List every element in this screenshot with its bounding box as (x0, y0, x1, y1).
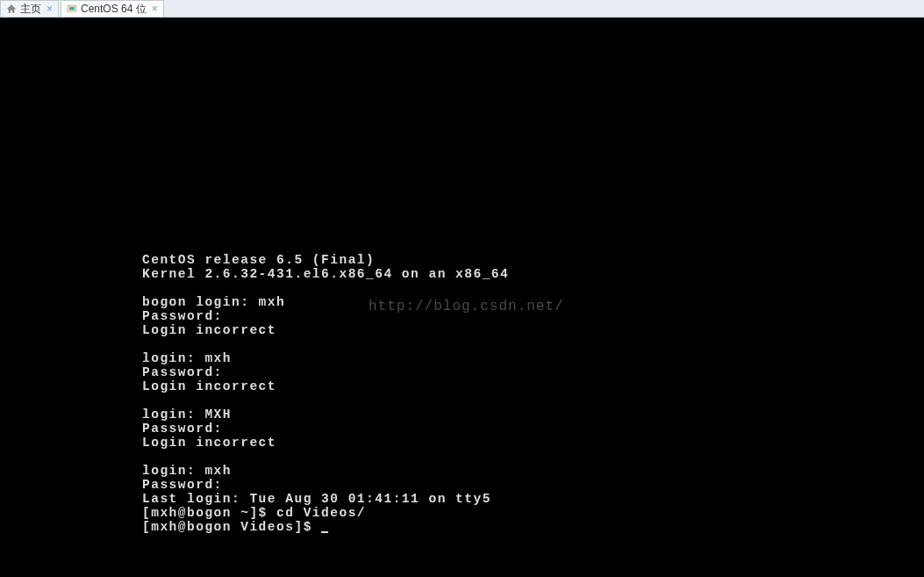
tab-label: CentOS 64 位 (81, 2, 147, 17)
home-icon (6, 4, 17, 14)
terminal-line (142, 337, 509, 351)
close-icon[interactable]: × (152, 3, 158, 15)
terminal-line (142, 393, 509, 408)
terminal-line: login: mxh (142, 351, 509, 365)
terminal-line: bogon login: mxh (142, 295, 509, 309)
svg-rect-1 (69, 7, 75, 11)
tab-home[interactable]: 主页 × (0, 0, 59, 17)
terminal-line: Last login: Tue Aug 30 01:41:11 on tty5 (142, 492, 509, 506)
terminal-line: [mxh@bogon ~]$ cd Videos/ (142, 506, 509, 520)
terminal-cursor (321, 531, 328, 533)
tab-label: 主页 (20, 2, 41, 17)
terminal-line: Login incorrect (142, 323, 509, 337)
terminal-line: login: MXH (142, 408, 509, 422)
vm-icon (67, 4, 77, 14)
terminal-line: Login incorrect (142, 379, 509, 393)
terminal-line (142, 281, 509, 295)
terminal-line: CentOS release 6.5 (Final) (142, 253, 509, 267)
terminal-line (142, 450, 509, 464)
terminal-output: CentOS release 6.5 (Final)Kernel 2.6.32-… (142, 253, 509, 534)
terminal-line: Password: (142, 309, 509, 323)
terminal-line: Password: (142, 422, 509, 436)
terminal-line: Password: (142, 365, 509, 379)
terminal-line: Kernel 2.6.32-431.el6.x86_64 on an x86_6… (142, 267, 509, 281)
terminal-line: [mxh@bogon Videos]$ (142, 520, 509, 534)
terminal-viewport[interactable]: CentOS release 6.5 (Final)Kernel 2.6.32-… (0, 18, 924, 577)
terminal-line: Login incorrect (142, 436, 509, 450)
tab-bar: 主页 × CentOS 64 位 × (0, 0, 924, 18)
terminal-line: Password: (142, 478, 509, 492)
tab-centos[interactable]: CentOS 64 位 × (61, 0, 164, 17)
close-icon[interactable]: × (47, 3, 53, 15)
terminal-line: login: mxh (142, 464, 509, 478)
